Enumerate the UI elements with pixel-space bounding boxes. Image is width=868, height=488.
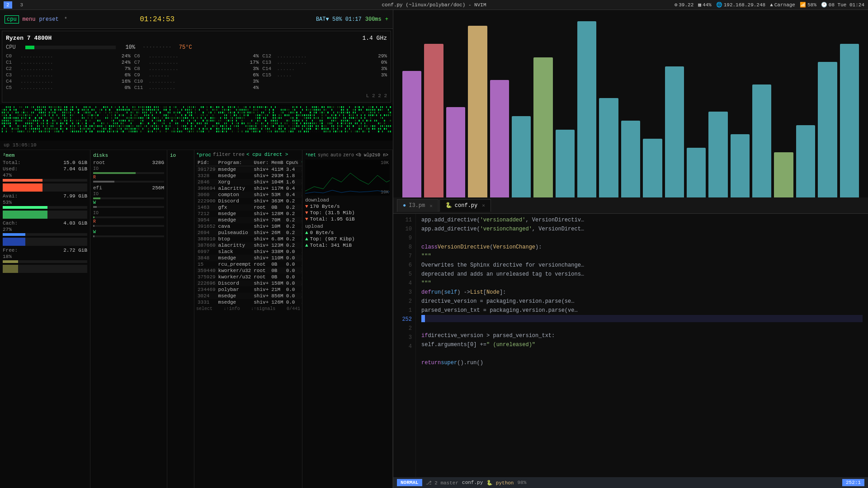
git-info: ⎇ 2 master: [426, 480, 458, 486]
line-numbers: 1110987654321252234: [393, 214, 416, 477]
chart-bar: [556, 130, 575, 197]
proc-row[interactable]: 359440 kworker/u32 root 0B 0.0 ........: [196, 267, 302, 274]
tab-conf-close[interactable]: ✕: [482, 202, 485, 208]
editor-panel: ● I3.pm ✕ 🐍 conf.py ✕ 111098765432125223…: [393, 10, 868, 488]
chart-bar: [796, 125, 815, 197]
net-panel: ³net sync auto zero <b wlp2s0 n> 10K 10K: [302, 150, 393, 488]
chart-bar: [490, 80, 509, 197]
proc-row[interactable]: 375929 kworker/u32 root 0B 0.0 ........: [196, 274, 302, 280]
proc-row[interactable]: 3060 compton shiv+ 53M 0.4 ........: [196, 192, 302, 198]
proc-signals[interactable]: ↓↑signals: [251, 306, 275, 311]
proc-section-label: ⁴proc: [196, 152, 211, 158]
terminal-plus[interactable]: +: [385, 16, 388, 23]
proc-row[interactable]: 3848 msedge shiv+ 110M 0.0 ........: [196, 255, 302, 261]
net-up-total: ▲ Total: 341 MiB: [305, 243, 390, 248]
proc-row[interactable]: 6997 slack shiv+ 338M 0.0 ........: [196, 249, 302, 255]
code-line: """: [421, 252, 863, 261]
cpu-label: CPU: [6, 44, 22, 51]
wifi-name: ▲ Carnage: [770, 2, 795, 8]
proc-row[interactable]: 2694 pulseaudio shiv+ 26M 0.2 ........: [196, 230, 302, 236]
chart-bar: [424, 44, 443, 197]
terminal-statusbar: cpu menu preset * 01:24:53 BAT▼ 58% 01:1…: [0, 10, 393, 29]
chart-bar: [533, 57, 552, 197]
terminal-cpu-label[interactable]: cpu: [5, 15, 19, 23]
code-area[interactable]: app.add_directive('versionadded', Versio…: [416, 214, 868, 477]
code-line: deprecated and adds an unreleased tag to…: [421, 270, 863, 279]
code-line: def run(self) -> List[Node]:: [421, 288, 863, 297]
terminal-preset-label[interactable]: preset: [39, 16, 58, 23]
proc-row[interactable]: 234469 polybar shiv+ 21M 0.0 ........: [196, 286, 302, 293]
net-zero[interactable]: zero: [343, 153, 354, 158]
net-upload-label: upload: [305, 224, 390, 229]
editor-mode: NORMAL: [397, 479, 422, 486]
code-line: app.add_directive('versionchanged', Vers…: [421, 225, 863, 234]
workspace-3[interactable]: 3: [18, 1, 26, 9]
terminal-ms: 300ms: [365, 16, 382, 23]
tab-i3[interactable]: ● I3.pm ✕: [397, 199, 439, 212]
col-prog: Program:: [217, 160, 253, 166]
chart-bar: [731, 134, 750, 197]
proc-row[interactable]: 222900 Discord shiv+ 363M 0.2 ........: [196, 198, 302, 204]
chart-bar: [468, 26, 487, 197]
proc-row[interactable]: 3024 msedge shiv+ 856M 0.0 ........: [196, 293, 302, 299]
editor-tabs: ● I3.pm ✕ 🐍 conf.py ✕: [393, 197, 868, 214]
code-line: if directive_version > parsed_version_tx…: [421, 331, 863, 340]
proc-row[interactable]: 387660 alacritty shiv+ 123M 0.2 ........: [196, 242, 302, 249]
chart-area: [393, 10, 868, 197]
net-download-label: download: [305, 197, 390, 203]
net-auto[interactable]: auto: [330, 153, 341, 158]
proc-tab-filter[interactable]: filter: [213, 152, 231, 158]
editor-filename: conf.py: [462, 480, 483, 485]
proc-row[interactable]: 2846 Xorg shiv+ 104M 1.6 ........: [196, 179, 302, 185]
chart-bar: [643, 139, 662, 197]
proc-tabs: ⁴proc filter tree < cpu direct >: [196, 152, 300, 158]
code-line: [421, 322, 863, 331]
proc-row[interactable]: 3331 msedge shiv+ 126M 0.0 ........: [196, 299, 302, 305]
terminal-menu-label[interactable]: menu: [23, 16, 36, 23]
cpu-visualizer: [0, 104, 393, 141]
cpu-temp: 75°C: [179, 44, 192, 51]
proc-tab-cpu[interactable]: < cpu direct >: [246, 152, 288, 158]
proc-info[interactable]: ↓↑info: [224, 306, 240, 311]
chart-bar: [687, 148, 706, 197]
editor-body[interactable]: 1110987654321252234 app.add_directive('v…: [393, 214, 868, 477]
mem-title: ²mem: [3, 153, 87, 158]
col-sort[interactable]: ↑: [299, 160, 302, 166]
proc-row[interactable]: 3954 msedge shiv+ 70M 0.2 ........: [196, 217, 302, 223]
workspace-2[interactable]: 2: [4, 1, 12, 9]
proc-row[interactable]: 391729 msedge shiv+ 411M 3.4 ........: [196, 166, 302, 173]
net-sync[interactable]: sync: [318, 153, 329, 158]
proc-row[interactable]: 7212 msedge shiv+ 128M 0.2 ........: [196, 211, 302, 217]
proc-footer: select ↓↑info ↓↑signals 0/441: [196, 306, 300, 311]
mem-panel: ²mem Total:15.0 GiB Used:7.04 GiB 47% Av…: [0, 150, 90, 488]
chart-bar: [818, 62, 837, 197]
tab-i3-close[interactable]: ✕: [429, 203, 433, 209]
chart-bar: [708, 112, 727, 197]
code-line: self.arguments[0] += " (unreleased)": [421, 340, 863, 349]
proc-row[interactable]: 3328 msedge shiv+ 293M 1.8 ........: [196, 173, 302, 179]
proc-tab-tree[interactable]: tree: [233, 152, 245, 158]
col-cpu: Cpu%: [285, 160, 299, 166]
proc-row[interactable]: 391652 cava shiv+ 10M 0.2 ........: [196, 223, 302, 230]
chart-bar: [665, 66, 684, 197]
chart-bar: [774, 152, 793, 197]
clock: 🕐 08 Tue 01:24: [821, 2, 864, 8]
code-line: app.add_directive('versionadded', Versio…: [421, 216, 863, 225]
io-panel: io: [167, 150, 194, 488]
chart-bar: [577, 21, 596, 197]
net-down-top: ▼ Top: (31.5 Mib): [305, 210, 390, 216]
proc-row[interactable]: 1463 gfx root 0B 0.2 ........: [196, 204, 302, 211]
tab-conf[interactable]: 🐍 conf.py ✕: [439, 199, 491, 212]
proc-row[interactable]: 222696 Discord shiv+ 158M 0.0 ........: [196, 280, 302, 286]
chart-bar: [621, 121, 640, 197]
proc-row[interactable]: 15 rcu_preempt root 0B 0.0 ........: [196, 261, 302, 267]
chart-bar: [752, 84, 771, 197]
proc-select[interactable]: select: [196, 306, 212, 311]
proc-row[interactable]: 388910 btop shiv+ 6.8M 0.2 ........: [196, 236, 302, 242]
proc-row[interactable]: 390694 alacritty shiv+ 117M 0.4 ........: [196, 185, 302, 192]
proc-panel[interactable]: ⁴proc filter tree < cpu direct > Pid: Pr…: [194, 150, 302, 488]
chart-bar: [840, 44, 859, 197]
topbar: 2 3 conf.py (~linux/polybar/doc) - NVIM …: [0, 0, 868, 10]
net-interface[interactable]: <b wlp2s0 n>: [356, 153, 388, 158]
network-ip: 🌐 192.168.29.248: [716, 2, 765, 8]
